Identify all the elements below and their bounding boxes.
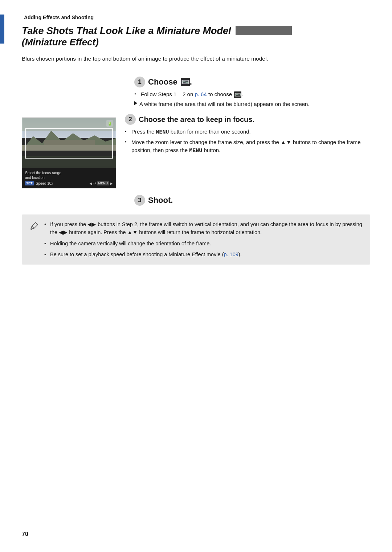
svg-point-14 (31, 229, 32, 230)
step-2-title: Choose the area to keep in focus. (139, 115, 254, 124)
step-1-bullet-2: A white frame (the area that will not be… (134, 100, 370, 109)
step-1-bullet-1: Follow Steps 1 – 2 on p. 64 to choose . (134, 90, 370, 99)
left-accent-bar (0, 15, 4, 44)
link-p64[interactable]: p. 64 (195, 91, 207, 97)
page-number: 70 (22, 531, 28, 537)
camera-controls-bar: Select the focus range and location SET … (22, 168, 116, 188)
page-title-line1: Take Shots That Look Like a Miniature Mo… (22, 25, 231, 37)
step-1-header: 1 Choose . (134, 77, 370, 87)
focus-frame (25, 128, 113, 159)
step-3-number: 3 (134, 195, 145, 206)
camera-screen-image: 🔋 Select the focus range and location SE… (22, 118, 116, 188)
step-2-number: 2 (125, 114, 136, 125)
title-block: Take Shots That Look Like a Miniature Mo… (22, 25, 370, 48)
page-title-line2: (Miniature Effect) (22, 37, 370, 48)
camera-scene: 🔋 (22, 118, 116, 169)
section-divider (22, 70, 370, 70)
description-text: Blurs chosen portions in the top and bot… (22, 54, 370, 63)
step-2-bullet-2: Move the zoom lever to change the frame … (125, 138, 370, 155)
link-p109[interactable]: p. 109 (224, 252, 238, 257)
arrow-icon (134, 101, 137, 105)
step-1-title: Choose . (148, 77, 192, 87)
left-arrow-icon: ◀ (89, 181, 92, 185)
miniature-icon-inline (234, 91, 241, 98)
right-arrow-icon: ▶ (110, 181, 113, 185)
step-2-bullet-1: Press the MENU button for more than one … (125, 128, 370, 137)
set-badge: SET (25, 181, 34, 185)
camera-label: Select the focus range and location (25, 171, 113, 180)
step-3-header: 3 Shoot. (134, 195, 370, 206)
note-content: If you press the ◀▶ buttons in Step 2, t… (44, 220, 363, 259)
note-list: If you press the ◀▶ buttons in Step 2, t… (44, 220, 363, 259)
camera-bottom-bar: SET Speed 10x ◀ ⇄ MENU ▶ (25, 181, 113, 185)
svg-rect-2 (181, 78, 190, 80)
step-2-header: 2 Choose the area to keep in focus. (125, 114, 370, 125)
note-item-1: If you press the ◀▶ buttons in Step 2, t… (44, 220, 363, 237)
step-3-area: 3 Shoot. (134, 195, 370, 206)
control-icons: ◀ ⇄ MENU ▶ (89, 181, 113, 185)
note-item-3: Be sure to set a playback speed before s… (44, 250, 363, 258)
speed-text: Speed 10x (36, 181, 53, 185)
svg-text:🔋: 🔋 (107, 121, 112, 126)
step-3-title: Shoot. (148, 196, 173, 205)
step-1-bullets: Follow Steps 1 – 2 on p. 64 to choose . … (134, 90, 370, 108)
note-pencil-icon (29, 221, 39, 231)
title-accent-bar (236, 26, 292, 35)
step-2-bullets: Press the MENU button for more than one … (125, 128, 370, 155)
miniature-mode-icon (181, 78, 190, 86)
title-line: Take Shots That Look Like a Miniature Mo… (22, 25, 370, 37)
step-1-area: 1 Choose . Follow Steps 1 – 2 on p. 64 t… (134, 77, 370, 108)
step-2-image-col: 🔋 Select the focus range and location SE… (22, 114, 116, 188)
section-label: Adding Effects and Shooting (22, 15, 370, 20)
corner-icon: 🔋 (106, 120, 113, 127)
step-2-text-col: 2 Choose the area to keep in focus. Pres… (125, 114, 370, 157)
svg-rect-7 (234, 97, 241, 98)
svg-rect-3 (181, 84, 190, 86)
svg-rect-6 (234, 91, 241, 93)
step-2-area: 🔋 Select the focus range and location SE… (22, 114, 370, 188)
transfer-icon: ⇄ (93, 181, 96, 185)
note-box: If you press the ◀▶ buttons in Step 2, t… (22, 214, 370, 265)
step-1-number: 1 (134, 77, 145, 87)
menu-badge: MENU (97, 181, 109, 185)
note-item-2: Holding the camera vertically will chang… (44, 240, 363, 248)
